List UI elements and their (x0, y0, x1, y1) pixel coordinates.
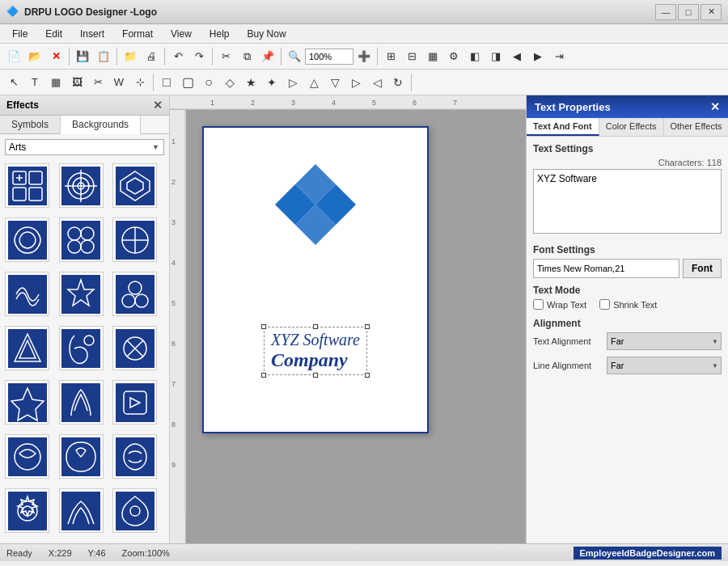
save-button[interactable]: 💾 (73, 47, 92, 66)
barcode-tool[interactable]: ▦ (46, 73, 66, 92)
effect-item[interactable] (112, 163, 157, 208)
effect-item[interactable] (5, 488, 49, 533)
menu-view[interactable]: View (162, 26, 201, 42)
handle-tl[interactable] (261, 324, 266, 329)
redo-button[interactable]: ↷ (189, 47, 209, 66)
open-folder-button[interactable]: 📁 (121, 47, 140, 66)
handle-br[interactable] (365, 373, 370, 378)
fit-page-button[interactable]: ⊟ (402, 47, 421, 66)
effect-item[interactable] (112, 488, 157, 533)
effect-item[interactable] (59, 218, 104, 262)
print-button[interactable]: 🖨 (142, 47, 161, 66)
effects-close-button[interactable]: ✕ (153, 99, 163, 112)
open-button[interactable]: 📂 (25, 47, 44, 66)
effect-item[interactable] (59, 326, 104, 370)
effect-item[interactable] (59, 380, 104, 424)
diamond-tool[interactable]: ◇ (220, 73, 239, 92)
cursor-tool[interactable]: ⊹ (130, 73, 150, 92)
tab-color-effects[interactable]: Color Effects (599, 118, 664, 136)
arrow-r-tool[interactable]: ▷ (346, 73, 366, 92)
grid-button[interactable]: ▦ (423, 47, 442, 66)
close-doc-button[interactable]: ✕ (46, 47, 66, 66)
align-right-btn[interactable]: ◨ (486, 47, 506, 66)
shrink-text-checkbox[interactable] (599, 299, 610, 310)
cross-tool[interactable]: ✦ (262, 73, 281, 92)
text-content-input[interactable]: XYZ Software (533, 169, 722, 234)
zoom-in-button[interactable]: ➕ (354, 47, 374, 66)
tab-text-and-font[interactable]: Text And Font (527, 118, 599, 136)
round-rect-tool[interactable]: ▢ (178, 73, 197, 92)
effect-item[interactable] (5, 163, 49, 208)
ellipse-tool[interactable]: ○ (199, 73, 218, 92)
menu-insert[interactable]: Insert (71, 26, 113, 42)
effect-item[interactable] (5, 380, 49, 424)
wrap-text-checkbox[interactable] (533, 299, 544, 310)
zoom-input[interactable]: 100% (305, 49, 353, 65)
properties-button[interactable]: ⚙ (444, 47, 463, 66)
line-alignment-select[interactable]: Near Center Far (607, 357, 722, 374)
tab-backgrounds[interactable]: Backgrounds (61, 116, 141, 134)
canvas-scroll[interactable]: XYZ Software Company (186, 110, 526, 543)
cut-button[interactable]: ✂ (216, 47, 235, 66)
shrink-text-label[interactable]: Shrink Text (599, 299, 657, 310)
text-alignment-select[interactable]: Near Center Far (607, 332, 722, 350)
font-button[interactable]: Font (683, 259, 722, 278)
triangle-tool[interactable]: △ (304, 73, 324, 92)
arrow-l-tool[interactable]: ◁ (367, 73, 387, 92)
tab-symbols[interactable]: Symbols (0, 116, 61, 133)
handle-bl[interactable] (261, 373, 266, 378)
new-button[interactable]: 📄 (4, 47, 23, 66)
effect-item[interactable] (59, 163, 104, 208)
save-as-button[interactable]: 📋 (94, 47, 113, 66)
effect-item[interactable] (112, 218, 157, 262)
effect-item[interactable] (59, 488, 104, 533)
effects-category-select[interactable]: Arts Nature Abstract Geometric (5, 139, 164, 155)
menu-format[interactable]: Format (113, 26, 162, 42)
menu-edit[interactable]: Edit (36, 26, 71, 42)
undo-button[interactable]: ↶ (168, 47, 188, 66)
effect-item[interactable] (5, 272, 49, 316)
svg-text:3: 3 (291, 99, 295, 107)
rect-tool[interactable]: □ (157, 73, 176, 92)
text-props-close-button[interactable]: ✕ (710, 100, 720, 113)
close-button[interactable]: ✕ (700, 4, 722, 20)
align-left-btn[interactable]: ◧ (465, 47, 485, 66)
next-btn[interactable]: ▶ (528, 47, 548, 66)
zoom-out-button[interactable]: 🔍 (285, 47, 304, 66)
menu-buynow[interactable]: Buy Now (239, 26, 295, 42)
tab-other-effects[interactable]: Other Effects (664, 118, 729, 136)
effect-item[interactable] (59, 434, 104, 479)
handle-tm[interactable] (313, 324, 318, 329)
effect-item[interactable] (5, 434, 49, 479)
wrap-text-label[interactable]: Wrap Text (533, 299, 586, 310)
star-tool[interactable]: ★ (241, 73, 260, 92)
effect-item[interactable] (112, 434, 157, 479)
paste-button[interactable]: 📌 (258, 47, 277, 66)
effect-item[interactable] (59, 272, 104, 316)
tri-down-tool[interactable]: ▽ (325, 73, 345, 92)
text-tool[interactable]: T (25, 73, 44, 92)
clip-tool[interactable]: ✂ (88, 73, 108, 92)
handle-bm[interactable] (313, 373, 318, 378)
select-tool[interactable]: ↖ (4, 73, 23, 92)
effect-item[interactable] (5, 326, 49, 370)
copy-button[interactable]: ⧉ (237, 47, 256, 66)
curve-tool[interactable]: ↻ (388, 73, 408, 92)
menu-help[interactable]: Help (201, 26, 239, 42)
maximize-button[interactable]: □ (678, 4, 699, 20)
minimize-button[interactable]: — (655, 4, 676, 20)
menu-file[interactable]: File (3, 26, 36, 42)
effect-item[interactable] (112, 326, 157, 370)
effect-item[interactable] (112, 272, 157, 316)
arrow-tool[interactable]: ▷ (283, 73, 303, 92)
prev-btn[interactable]: ◀ (507, 47, 527, 66)
end-btn[interactable]: ⇥ (549, 47, 569, 66)
font-value-input[interactable]: Times New Roman,21 (533, 259, 679, 278)
word-tool[interactable]: W (109, 73, 129, 92)
actual-size-button[interactable]: ⊞ (381, 47, 400, 66)
handle-tr[interactable] (365, 324, 370, 329)
canvas-text-selection[interactable]: XYZ Software Company (264, 327, 367, 375)
effect-item[interactable] (5, 218, 49, 262)
image-tool[interactable]: 🖼 (67, 73, 87, 92)
effect-item[interactable] (112, 380, 157, 424)
